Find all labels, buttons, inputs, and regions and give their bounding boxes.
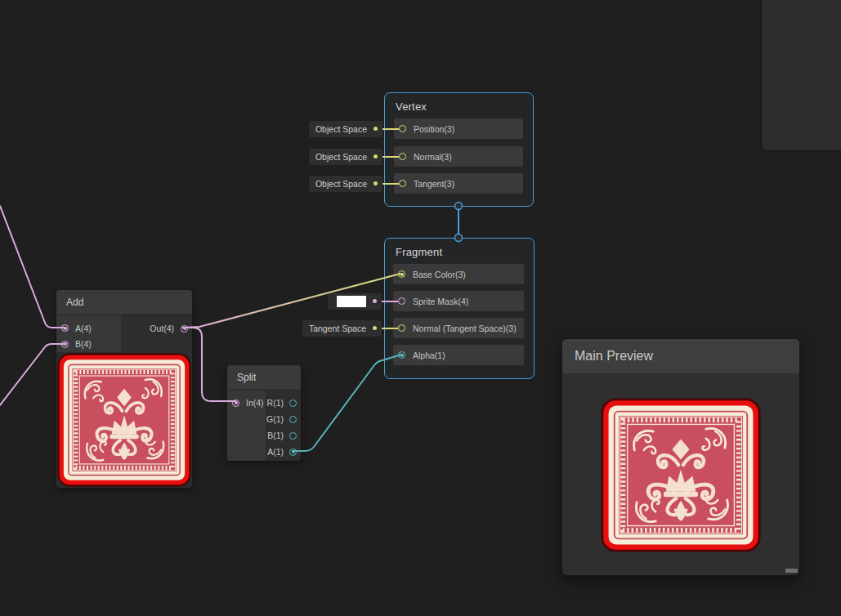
normal-port-label: Normal(3) [414, 152, 452, 162]
port-dot-icon [374, 127, 378, 131]
vertex-row-normal[interactable]: Object Space Normal(3) [394, 146, 523, 167]
split-node-body: In(4) R(1) G(1) B(1) A(1) [227, 391, 301, 461]
add-out-label: Out(4) [150, 324, 174, 333]
alpha-port[interactable] [398, 351, 405, 359]
tangent-port-label: Tangent(3) [414, 179, 454, 189]
split-in-label: In(4) [246, 398, 264, 408]
main-preview-panel[interactable]: Main Preview [562, 339, 799, 575]
position-space-dropdown[interactable]: Object Space [309, 121, 382, 137]
split-input-row[interactable]: In(4) [227, 395, 266, 411]
vertex-node[interactable]: Vertex Object Space Position(3) Object S… [384, 92, 534, 207]
split-g-label: G(1) [266, 414, 284, 424]
wire-to-add-b [0, 344, 65, 405]
add-a-label: A(4) [75, 324, 92, 333]
tangent-space-label: Object Space [315, 179, 367, 189]
color-swatch[interactable] [337, 296, 366, 307]
tangent-space-dropdown[interactable]: Object Space [309, 176, 382, 192]
tangent-port[interactable] [399, 180, 406, 187]
split-a-port[interactable] [289, 449, 297, 456]
main-preview-header[interactable]: Main Preview [562, 339, 799, 373]
sprite-mask-port-label: Sprite Mask(4) [413, 297, 468, 306]
split-node-header[interactable]: Split [227, 365, 301, 391]
split-g-port[interactable] [289, 416, 297, 423]
vertex-row-tangent[interactable]: Object Space Tangent(3) [394, 173, 523, 194]
add-b-port[interactable] [61, 341, 69, 348]
fragment-node-title: Fragment [396, 246, 442, 258]
normal-port[interactable] [399, 153, 406, 160]
add-out-port[interactable] [181, 325, 188, 333]
add-input-b-row[interactable]: B(4) [56, 337, 121, 353]
main-preview-texture [600, 397, 762, 553]
add-node-title: Add [66, 297, 83, 308]
add-b-label: B(4) [75, 339, 92, 349]
split-output-column: R(1) G(1) B(1) A(1) [266, 391, 301, 461]
fragment-node[interactable]: Fragment Base Color(3) Sprite Mask(4) Ta… [384, 238, 535, 379]
port-dot-icon [373, 299, 377, 303]
split-output-g-row[interactable]: G(1) [266, 411, 301, 427]
base-color-port[interactable] [398, 270, 405, 278]
split-r-label: R(1) [267, 398, 284, 408]
split-node[interactable]: Split In(4) R(1) G(1) B(1) [227, 365, 301, 461]
normal-space-dropdown[interactable]: Object Space [309, 149, 382, 165]
shader-graph-canvas[interactable]: Vertex Object Space Position(3) Object S… [0, 0, 841, 616]
split-node-title: Split [237, 372, 256, 383]
split-input-column: In(4) [227, 391, 266, 461]
normal-ts-port[interactable] [398, 324, 405, 332]
fragment-row-sprite-mask[interactable]: Sprite Mask(4) [393, 291, 524, 311]
split-output-a-row[interactable]: A(1) [266, 444, 301, 460]
resize-handle[interactable] [785, 569, 798, 573]
add-input-column: A(4) B(4) [56, 315, 121, 352]
port-dot-icon [374, 181, 378, 185]
add-node-body: A(4) B(4) Out(4) [56, 315, 192, 352]
split-r-port[interactable] [289, 400, 297, 407]
blackboard-panel [760, 0, 841, 152]
base-color-port-label: Base Color(3) [413, 270, 466, 279]
normal-space-label: Object Space [315, 152, 367, 162]
split-b-port[interactable] [289, 432, 297, 440]
split-output-b-row[interactable]: B(1) [266, 427, 301, 444]
add-input-a-row[interactable]: A(4) [56, 320, 121, 337]
position-port[interactable] [399, 125, 406, 132]
split-b-label: B(1) [267, 431, 284, 440]
port-dot-icon [373, 326, 377, 330]
normal-ts-port-label: Normal (Tangent Space)(3) [413, 324, 517, 333]
split-output-r-row[interactable]: R(1) [266, 395, 301, 411]
add-output-row[interactable]: Out(4) [150, 324, 188, 333]
vertex-node-title: Vertex [396, 100, 427, 113]
fragment-row-alpha[interactable]: Alpha(1) [393, 345, 524, 365]
alpha-port-label: Alpha(1) [413, 350, 445, 360]
normal-ts-space-dropdown[interactable]: Tangent Space [302, 320, 382, 337]
add-a-port[interactable] [61, 324, 69, 332]
add-node[interactable]: Add A(4) B(4) Out(4) [56, 290, 192, 488]
add-node-header[interactable]: Add [56, 290, 192, 315]
normal-ts-space-label: Tangent Space [309, 324, 366, 333]
add-node-preview-texture [56, 352, 192, 488]
position-port-label: Position(3) [414, 124, 454, 134]
sprite-mask-color-field[interactable] [328, 293, 382, 310]
main-preview-title: Main Preview [575, 349, 653, 364]
vertex-row-position[interactable]: Object Space Position(3) [394, 118, 523, 139]
sprite-mask-port[interactable] [398, 297, 405, 305]
split-a-label: A(1) [267, 447, 284, 457]
port-dot-icon [374, 154, 378, 158]
fragment-row-normal-ts[interactable]: Tangent Space Normal (Tangent Space)(3) [393, 318, 524, 338]
position-space-label: Object Space [315, 124, 367, 134]
fragment-row-base-color[interactable]: Base Color(3) [393, 264, 524, 284]
split-in-port[interactable] [232, 400, 239, 407]
wire-to-add-a [0, 206, 65, 328]
